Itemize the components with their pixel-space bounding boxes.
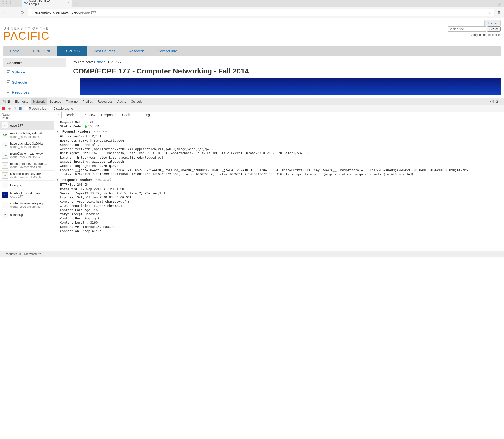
sidebar-title: Contents: [3, 58, 66, 67]
sidebar: Contents SyllabusScheduleResources: [3, 58, 66, 98]
devtools-tab-profiles[interactable]: Profiles: [80, 98, 95, 105]
breadcrumb-current: ECPE 177: [106, 60, 121, 64]
reload-button[interactable]: ⟳: [20, 10, 25, 15]
detail-tab-headers[interactable]: Headers: [61, 112, 80, 118]
status-code-value: 200 OK: [88, 124, 99, 128]
nav-item-ecpe-177[interactable]: ECPE 177: [57, 46, 87, 56]
only-section-label: only in current section: [473, 33, 501, 37]
devtools-tab-sources[interactable]: Sources: [47, 98, 64, 105]
chrome-menu-icon[interactable]: ≡: [497, 9, 502, 16]
sidebar-item-resources[interactable]: Resources: [3, 87, 66, 98]
dock-icon[interactable]: ◪: [494, 100, 498, 103]
view-icon[interactable]: ☰: [19, 107, 22, 110]
devtools-tabbar: 🔍 📱 ElementsNetworkSourcesTimelineProfil…: [0, 98, 504, 105]
request-row[interactable]: ⟳spinner.gif: [0, 210, 54, 220]
devtools-tab-timeline[interactable]: Timeline: [64, 98, 80, 105]
devtools-close-icon[interactable]: ×: [498, 100, 502, 103]
devtools-tab-console[interactable]: Console: [129, 98, 145, 105]
disable-cache-checkbox[interactable]: Disable cache: [49, 107, 73, 110]
request-row[interactable]: JSkss-bbb-cachekey-db6…/portal_javascrip…: [0, 171, 54, 181]
file-type-icon: CSS: [2, 152, 8, 159]
url-path: /ecpe-177: [80, 10, 96, 14]
page-icon: [30, 11, 33, 14]
search-input[interactable]: [448, 26, 486, 32]
record-button[interactable]: [2, 107, 5, 110]
detail-tab-preview[interactable]: Preview: [80, 112, 98, 118]
request-headers-section[interactable]: Request Headersview parsed: [57, 129, 501, 133]
file-type-icon: CSS: [2, 132, 8, 138]
request-row[interactable]: CSSreset-cachekey-edbfa0d…/portal_css/Su…: [0, 130, 54, 140]
nav-item-home[interactable]: Home: [3, 46, 26, 56]
status-code-label: Status Code:: [60, 124, 83, 128]
detail-tab-timing[interactable]: Timing: [137, 112, 153, 118]
file-type-icon: CSS: [2, 142, 8, 148]
login-link[interactable]: Log in: [484, 20, 501, 26]
only-section-checkbox[interactable]: [469, 33, 472, 36]
browser-tab[interactable]: COMP/ECPE 177 - Comput… ×: [22, 0, 72, 7]
clear-icon[interactable]: ⊘: [8, 107, 11, 110]
bookmark-star-icon[interactable]: ☆: [488, 10, 492, 15]
breadcrumb: You are here: Home / ECPE 177: [73, 60, 501, 64]
filter-icon[interactable]: ▽: [14, 107, 16, 110]
browser-toolbar: ← → ⟳ ecs-network.serv.pacific.edu/ecpe-…: [0, 7, 504, 18]
devtools-tab-resources[interactable]: Resources: [95, 98, 115, 105]
preserve-log-checkbox[interactable]: Preserve log: [25, 107, 46, 110]
request-headers-raw: GET /ecpe-177 HTTP/1.1 Host: ecs-network…: [60, 134, 501, 176]
request-row[interactable]: contenttypes-sprite.png/portal_css/Sunbu…: [0, 200, 54, 210]
nav-item-ecpe-170[interactable]: ECPE 170: [26, 46, 57, 56]
status-dot-icon: [85, 125, 87, 128]
file-type-icon: JS: [2, 172, 8, 179]
tab-close-icon[interactable]: ×: [68, 1, 69, 4]
banner-image: [80, 78, 501, 95]
new-tab-button[interactable]: [74, 2, 79, 6]
site-logo[interactable]: UNIVERSITY OF THE PACIFIC: [3, 26, 49, 41]
sidebar-item-schedule[interactable]: Schedule: [3, 77, 66, 87]
nav-item-contact-info[interactable]: Contact Info: [151, 46, 184, 56]
request-row[interactable]: IMGfacebook_world_friend_…/ecpe-177: [0, 190, 54, 200]
traffic-close[interactable]: [2, 1, 4, 4]
response-headers-raw: HTTP/1.1 200 OK Date: Wed, 17 Sep 2014 0…: [60, 183, 501, 233]
devtools-tab-network[interactable]: Network: [31, 98, 47, 105]
traffic-minimize[interactable]: [6, 1, 8, 4]
file-type-icon: IMG: [2, 192, 8, 198]
breadcrumb-home[interactable]: Home: [94, 60, 103, 64]
view-parsed-link[interactable]: view parsed: [94, 129, 109, 133]
inspect-icon[interactable]: 🔍: [2, 100, 6, 103]
response-headers-section[interactable]: Response Headersview parsed: [57, 178, 501, 182]
request-method-value: GET: [90, 120, 96, 124]
request-row[interactable]: <>ecpe-177: [0, 121, 54, 130]
settings-gear-icon[interactable]: ⚙: [491, 100, 494, 103]
forward-button[interactable]: →: [11, 10, 17, 15]
console-drawer-icon[interactable]: >≡: [487, 100, 491, 103]
file-type-icon: [2, 182, 8, 188]
request-row[interactable]: JSresourceplone.app.jquer…/portal_javasc…: [0, 160, 54, 171]
view-parsed-link-2[interactable]: view parsed: [96, 178, 111, 182]
back-button[interactable]: ←: [2, 10, 9, 15]
detail-tab-cookies[interactable]: Cookies: [119, 112, 137, 118]
search-button[interactable]: Search: [487, 26, 501, 32]
nav-item-past-courses[interactable]: Past Courses: [87, 46, 122, 56]
col-path[interactable]: Path: [2, 116, 52, 120]
devtools-tab-elements[interactable]: Elements: [13, 98, 31, 105]
col-name[interactable]: Name: [2, 113, 52, 116]
request-row[interactable]: logo.png: [0, 181, 54, 190]
nav-item-research[interactable]: Research: [122, 46, 151, 56]
sidebar-item-syllabus[interactable]: Syllabus: [3, 67, 66, 77]
fullscreen-icon[interactable]: ⤢: [497, 2, 503, 7]
file-type-icon: [2, 202, 8, 208]
address-bar[interactable]: ecs-network.serv.pacific.edu/ecpe-177 ☆: [28, 9, 494, 16]
device-icon[interactable]: 📱: [6, 100, 10, 103]
network-subbar: ⊘ ▽ ☰ Preserve log Disable cache: [0, 105, 504, 112]
devtools-tab-audits[interactable]: Audits: [115, 98, 129, 105]
traffic-zoom[interactable]: [10, 1, 12, 4]
url-domain: ecs-network.serv.pacific.edu: [35, 10, 80, 14]
request-detail: × HeadersPreviewResponseCookiesTiming Re…: [54, 112, 504, 251]
detail-tab-response[interactable]: Response: [98, 112, 119, 118]
detail-close-icon[interactable]: ×: [56, 113, 61, 117]
request-row[interactable]: CSSploneCustom-cachekey…/portal_css/Sunb…: [0, 150, 54, 160]
document-icon: [7, 70, 10, 74]
document-icon: [7, 80, 10, 84]
request-row[interactable]: CSSbase-cachekey-3a5d4a…/portal_css/Sunb…: [0, 140, 54, 150]
main-content: You are here: Home / ECPE 177 COMP/ECPE …: [73, 58, 501, 98]
main-nav: HomeECPE 170ECPE 177Past CoursesResearch…: [3, 46, 501, 56]
